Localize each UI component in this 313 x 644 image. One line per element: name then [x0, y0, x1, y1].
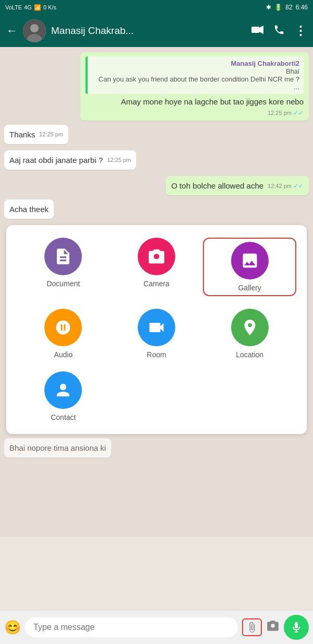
room-label: Room [147, 350, 166, 359]
location-icon [231, 309, 269, 346]
signal-label: 4G [24, 4, 32, 10]
time-label: 6:46 [296, 4, 308, 11]
msg-time-4: 12:42 pm ✓✓ [268, 182, 304, 190]
received-message-truncated: Bhai nopore tima ansiona ki [4, 438, 111, 458]
audio-icon [44, 309, 82, 346]
attach-item-camera[interactable]: Camera [110, 238, 203, 296]
message-row-5: Acha theek [4, 200, 309, 223]
svg-rect-3 [251, 27, 259, 33]
status-right: ✱ 🔋 82 6:46 [266, 4, 308, 11]
msg-text-3: Aaj raat obdi janate parbi ? [9, 156, 103, 165]
battery-icon: 🔋 [274, 4, 282, 11]
msg-time-2: 12:25 pm [39, 131, 63, 137]
mic-button[interactable] [284, 615, 309, 640]
attach-button[interactable] [242, 618, 262, 636]
message-row-truncated: Bhai nopore tima ansiona ki [4, 438, 309, 462]
sent-message-1: Manasij Chakraborti2 BhaiCan you ask you… [80, 52, 309, 121]
quoted-bubble: Manasij Chakraborti2 BhaiCan you ask you… [86, 56, 304, 94]
msg-text-4: O toh bolche allowed ache [171, 181, 263, 190]
quoted-text: BhaiCan you ask you friend about the bor… [92, 67, 299, 91]
camera-icon [138, 238, 175, 275]
svg-marker-4 [259, 26, 263, 34]
attach-item-location[interactable]: Location [203, 309, 296, 359]
received-message-2: Thanks 12:25 pm [4, 125, 68, 144]
message-input[interactable] [25, 617, 238, 637]
received-message-3: Aaj raat obdi janate parbi ? 12:25 pm [4, 150, 136, 170]
msg-text-2: Thanks [9, 130, 35, 139]
data-speed: 0 K/s [43, 4, 56, 10]
carrier-label: VoLTE [5, 4, 22, 10]
attach-item-room[interactable]: Room [110, 309, 203, 359]
gallery-label: Gallery [238, 284, 261, 292]
tick-1: ✓✓ [293, 109, 304, 116]
back-button[interactable]: ← [6, 24, 18, 38]
attach-item-contact[interactable]: Contact [17, 371, 110, 421]
avatar[interactable] [23, 19, 46, 42]
contact-label: Contact [51, 413, 76, 421]
location-label: Location [236, 350, 263, 359]
document-label: Document [46, 279, 80, 288]
menu-button[interactable]: ⋮ [294, 24, 307, 38]
audio-label: Audio [54, 350, 73, 359]
message-row-3: Aaj raat obdi janate parbi ? 12:25 pm [4, 150, 309, 174]
attach-item-document[interactable]: Document [17, 238, 110, 296]
attach-grid: Document Camera Gallery [17, 238, 296, 421]
msg-time-1: 12:25 pm ✓✓ [268, 109, 304, 116]
header-icons: ⋮ [251, 24, 307, 38]
camera-bottom-button[interactable] [266, 619, 280, 636]
quoted-sender: Manasij Chakraborti2 [92, 60, 299, 67]
received-message-5: Acha theek [4, 200, 54, 219]
msg-text-5: Acha theek [9, 205, 49, 214]
svg-point-1 [30, 24, 39, 32]
attach-item-gallery[interactable]: Gallery [203, 238, 296, 296]
attachment-panel: Document Camera Gallery [6, 225, 307, 434]
contact-name[interactable]: Manasij Chakrab... [51, 25, 246, 37]
room-icon [138, 309, 175, 346]
sent-message-4: O toh bolche allowed ache 12:42 pm ✓✓ [166, 176, 309, 195]
tick-4: ✓✓ [293, 182, 304, 190]
status-bar: VoLTE 4G 📶 0 K/s ✱ 🔋 82 6:46 [0, 0, 313, 15]
chat-area: Manasij Chakraborti2 BhaiCan you ask you… [0, 47, 313, 537]
camera-label: Camera [143, 279, 170, 288]
wifi-icon: 📶 [34, 4, 41, 11]
attach-item-audio[interactable]: Audio [17, 309, 110, 359]
video-call-button[interactable] [251, 25, 264, 37]
contact-icon [44, 371, 82, 409]
document-icon [44, 238, 82, 275]
chat-header: ← Manasij Chakrab... ⋮ [0, 15, 313, 47]
msg-text-truncated: Bhai nopore tima ansiona ki [9, 443, 106, 452]
gallery-icon [231, 242, 269, 279]
message-row-2: Thanks 12:25 pm [4, 125, 309, 148]
battery-level: 82 [285, 4, 292, 11]
bluetooth-icon: ✱ [266, 4, 271, 11]
msg-time-3: 12:25 pm [107, 157, 131, 163]
status-left: VoLTE 4G 📶 0 K/s [5, 4, 56, 11]
emoji-button[interactable]: 😊 [4, 619, 21, 636]
msg-text-1: Amay mone hoye na lagche but tao jigges … [86, 96, 304, 107]
call-button[interactable] [273, 24, 285, 38]
bottom-bar: 😊 [0, 610, 313, 644]
